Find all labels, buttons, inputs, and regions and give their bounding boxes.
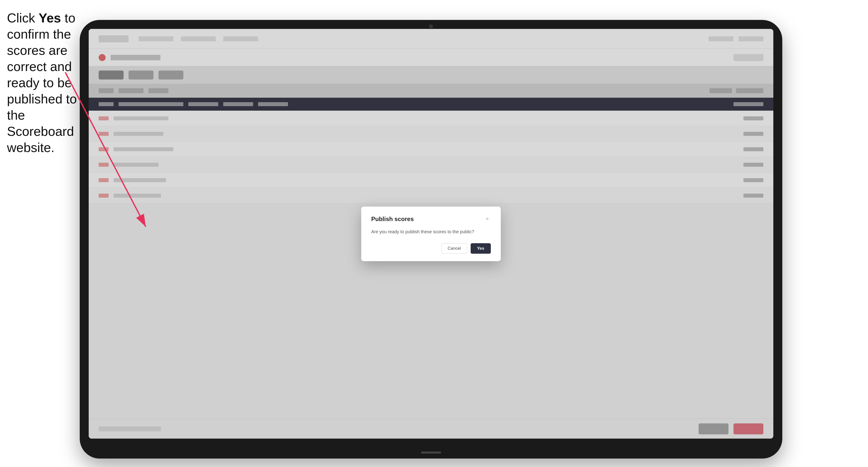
cancel-button[interactable]: Cancel — [441, 243, 467, 254]
instruction-text: Click Yes to confirm the scores are corr… — [7, 10, 79, 156]
modal-header: Publish scores × — [371, 216, 491, 222]
modal-dialog: Publish scores × Are you ready to publis… — [361, 207, 501, 261]
tablet-camera — [429, 24, 433, 28]
tablet-device: Publish scores × Are you ready to publis… — [80, 20, 782, 459]
screen-content: Publish scores × Are you ready to publis… — [89, 29, 773, 439]
modal-close-button[interactable]: × — [484, 216, 491, 222]
modal-overlay: Publish scores × Are you ready to publis… — [89, 29, 773, 439]
tablet-screen: Publish scores × Are you ready to publis… — [89, 29, 773, 439]
modal-footer: Cancel Yes — [371, 243, 491, 254]
yes-button[interactable]: Yes — [471, 243, 491, 254]
modal-title: Publish scores — [371, 216, 414, 222]
modal-body: Are you ready to publish these scores to… — [371, 228, 491, 235]
tablet-home-button — [421, 452, 441, 454]
